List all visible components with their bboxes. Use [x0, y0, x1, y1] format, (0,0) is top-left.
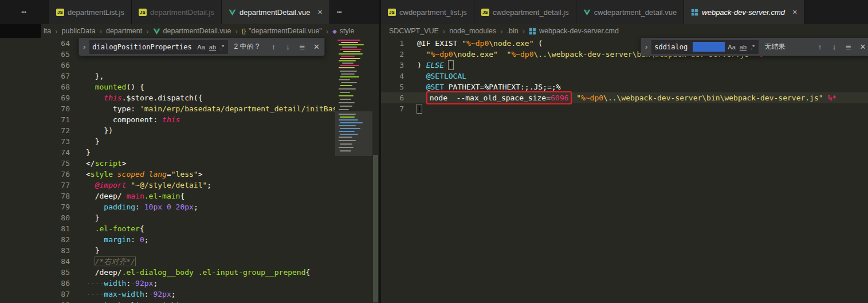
- breadcrumb-item[interactable]: .bin: [507, 27, 519, 35]
- find-no-results-text: 无结果: [761, 42, 788, 52]
- find-in-selection-icon[interactable]: ≣: [843, 42, 854, 51]
- find-input[interactable]: [654, 43, 691, 51]
- breadcrumb-item[interactable]: department: [106, 27, 142, 35]
- find-input[interactable]: [92, 43, 194, 51]
- chevron-right-icon: ›: [100, 27, 102, 36]
- find-next-icon[interactable]: ↓: [282, 42, 293, 51]
- match-case-icon[interactable]: Aa: [196, 43, 206, 51]
- find-previous-icon[interactable]: ↑: [268, 42, 279, 51]
- line-number: 81: [0, 223, 70, 234]
- js-file-icon: JS: [388, 9, 396, 16]
- find-close-icon[interactable]: ✕: [857, 42, 868, 51]
- regex-icon[interactable]: .*: [749, 43, 756, 51]
- code-line: 72 }): [0, 125, 379, 136]
- tab-bar-left: ⋯ JSdepartmentList.jsJSdepartmentDetail.…: [0, 0, 379, 24]
- line-number: 86: [0, 278, 70, 289]
- annotation-red-box: node --max_old_space_size=6096: [426, 91, 572, 104]
- tab-cwdepartment_detail.js[interactable]: JScwdepartment_detail.js: [474, 0, 576, 24]
- toggle-replace-icon[interactable]: ›: [644, 42, 649, 51]
- toggle-replace-icon[interactable]: ›: [82, 42, 87, 51]
- window-corner-patch: [0, 24, 41, 38]
- line-number: 79: [0, 201, 70, 212]
- js-file-icon: JS: [139, 9, 147, 16]
- line-number: 78: [0, 191, 70, 201]
- line-number: 68: [0, 81, 70, 92]
- code-line: 80 }: [0, 212, 379, 223]
- tab-overflow-icon[interactable]: ⋯: [330, 0, 350, 24]
- cmd-file-icon: [529, 28, 536, 35]
- breadcrumb-item[interactable]: departmentDetail.vue: [153, 27, 231, 35]
- input-selection-highlight: [693, 42, 725, 52]
- chevron-right-icon: ›: [55, 27, 57, 36]
- minimap[interactable]: [335, 38, 372, 303]
- find-input-box: Aa ab .*: [651, 40, 759, 54]
- scrollbar[interactable]: [372, 38, 379, 303]
- find-input-box: Aa ab .*: [89, 40, 228, 54]
- breadcrumb-item[interactable]: ita: [44, 27, 51, 35]
- tab-label: cwdepartment_detail.js: [493, 8, 569, 17]
- js-file-icon: JS: [481, 9, 489, 16]
- tab-cwdepartment_list.js[interactable]: JScwdepartment_list.js: [381, 0, 474, 24]
- line-number: 3: [381, 60, 404, 71]
- code-line: 78 /deep/ main.el-main{: [0, 191, 379, 201]
- tab-departmentDetail.js[interactable]: JSdepartmentDetail.js: [132, 0, 222, 24]
- chevron-right-icon: ›: [235, 27, 237, 36]
- code-line: 85 /deep/.el-dialog__body .el-input-grou…: [0, 267, 379, 278]
- editor-left[interactable]: 64656667 },68 mounted() {69 this.$store.…: [0, 38, 379, 303]
- line-number: 70: [0, 103, 70, 114]
- chevron-right-icon: ›: [146, 27, 148, 36]
- line-number: 85: [0, 267, 70, 278]
- breadcrumb-item[interactable]: ◆style: [332, 27, 354, 35]
- line-number: 87: [0, 289, 70, 300]
- find-close-icon[interactable]: ✕: [311, 42, 322, 51]
- line-number: 84: [0, 256, 70, 267]
- editor-group-sash[interactable]: [379, 0, 381, 303]
- editor-actions-more-icon[interactable]: ⋯: [0, 0, 49, 24]
- whole-word-icon[interactable]: ab: [739, 43, 748, 51]
- line-number: 77: [0, 180, 70, 191]
- line-number: 6: [381, 92, 404, 103]
- braces-icon: {}: [242, 28, 246, 34]
- find-in-selection-icon[interactable]: ≣: [296, 42, 308, 51]
- code-line: 88····text-align:·right;: [0, 300, 379, 303]
- tab-label: webpack-dev-server.cmd: [702, 8, 785, 17]
- code-line: 70 type: 'main/erp/basedata/department_d…: [0, 103, 379, 114]
- breadcrumb-item[interactable]: SDCWPT_VUE: [389, 27, 439, 35]
- tab-departmentDetail.vue[interactable]: departmentDetail.vue×: [222, 0, 330, 24]
- line-number: 65: [0, 49, 70, 60]
- code-line: 6 node --max_old_space_size=6096 "%~dp0\…: [381, 92, 868, 103]
- close-icon[interactable]: ×: [792, 7, 797, 17]
- tab-cwdepartment_detail.vue[interactable]: cwdepartment_detail.vue: [576, 0, 685, 24]
- code-line: 71 component: this: [0, 114, 379, 125]
- regex-icon[interactable]: .*: [219, 43, 225, 51]
- line-number: 64: [0, 38, 70, 49]
- editor-right[interactable]: 1@IF EXIST "%~dp0\node.exe" (2 "%~dp0\no…: [381, 38, 868, 303]
- breadcrumb-item[interactable]: webpack-dev-server.cmd: [529, 27, 619, 35]
- code-line: 73 }: [0, 136, 379, 147]
- breadcrumb-item[interactable]: publicData: [62, 27, 96, 35]
- code-line: 76<style scoped lang="less">: [0, 169, 379, 180]
- match-case-icon[interactable]: Aa: [726, 43, 736, 51]
- scrollbar-slider[interactable]: [373, 155, 378, 302]
- code-line: 79 padding: 10px 0 20px;: [0, 201, 379, 212]
- line-number: 7: [381, 103, 404, 114]
- breadcrumb-item[interactable]: {}"departmentDetail.vue": [242, 27, 322, 35]
- line-number: 1: [381, 38, 404, 49]
- line-number: 75: [0, 158, 70, 169]
- chevron-right-icon: ›: [523, 27, 525, 36]
- tab-bar-right: JScwdepartment_list.jsJScwdepartment_det…: [381, 0, 868, 24]
- code-line: 77 @import "~@/style/detail";: [0, 180, 379, 191]
- close-icon[interactable]: ×: [318, 7, 323, 17]
- tab-webpack-dev-server.cmd[interactable]: webpack-dev-server.cmd×: [684, 0, 804, 24]
- line-number: 4: [381, 71, 404, 81]
- breadcrumb-item[interactable]: node_modules: [449, 27, 496, 35]
- tab-label: departmentDetail.js: [150, 8, 214, 17]
- whole-word-icon[interactable]: ab: [208, 43, 217, 51]
- vscode-window: ⋯ JSdepartmentList.jsJSdepartmentDetail.…: [0, 0, 868, 303]
- find-previous-icon[interactable]: ↑: [814, 42, 826, 51]
- line-number: 74: [0, 147, 70, 158]
- find-next-icon[interactable]: ↓: [828, 42, 840, 51]
- breadcrumb: SDCWPT_VUE›node_modules›.bin›webpack-dev…: [381, 24, 868, 38]
- tab-departmentList.js[interactable]: JSdepartmentList.js: [49, 0, 132, 24]
- vue-file-icon: [583, 9, 591, 16]
